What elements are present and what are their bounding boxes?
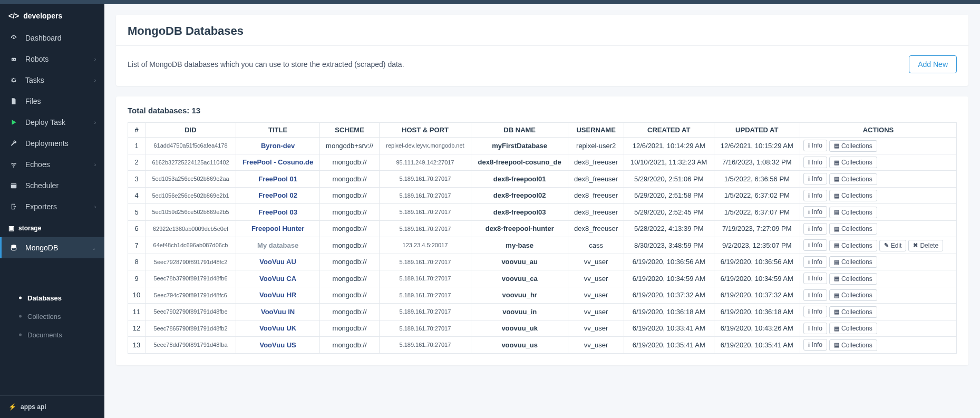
collections-button[interactable]: ▤Collections <box>829 157 877 168</box>
info-button-icon: i <box>808 292 810 298</box>
subnav-item-documents[interactable]: Documents <box>0 326 104 344</box>
info-button[interactable]: iInfo <box>803 206 827 218</box>
cell: vv_user <box>568 320 624 337</box>
collections-button[interactable]: ▤Collections <box>829 223 877 235</box>
cell: 10/10/2021, 11:32:23 AM <box>624 154 714 171</box>
file-icon <box>8 98 19 105</box>
info-button[interactable]: iInfo <box>803 256 827 268</box>
info-button[interactable]: iInfo <box>803 140 827 151</box>
cell: my-base <box>471 237 568 254</box>
sidebar-item-deploy-task[interactable]: Deploy Task› <box>0 112 104 133</box>
table-card: Total databases: 13 #DIDTITLESCHEMEHOST … <box>116 96 968 365</box>
title-link[interactable]: FreePool 03 <box>258 208 297 216</box>
actions-cell: iInfo▤Collections <box>800 204 956 221</box>
title-link[interactable]: FreePool 02 <box>258 191 297 199</box>
info-button[interactable]: iInfo <box>803 223 827 235</box>
storage-section-header: ▣ storage <box>0 217 104 237</box>
info-button-label: Info <box>812 159 822 166</box>
collections-button[interactable]: ▤Collections <box>829 173 877 185</box>
title-link[interactable]: FreePool - Cosuno.de <box>242 158 313 166</box>
collections-button[interactable]: ▤Collections <box>829 323 877 334</box>
subnav-item-databases[interactable]: Databases <box>0 289 104 307</box>
chevron-right-icon: › <box>94 120 96 125</box>
collections-button[interactable]: ▤Collections <box>829 289 877 301</box>
brand[interactable]: </> developers <box>0 4 104 27</box>
sidebar-item-mongodb[interactable]: MongoDB ⌄ <box>0 237 104 258</box>
info-button[interactable]: iInfo <box>803 306 827 317</box>
info-button[interactable]: iInfo <box>803 339 827 351</box>
cell: FreePool 03 <box>236 204 319 221</box>
gear-icon <box>8 76 19 84</box>
title-link[interactable]: Freepool Hunter <box>251 225 304 232</box>
actions-cell: iInfo▤Collections <box>800 304 956 320</box>
add-new-button[interactable]: Add New <box>909 55 957 73</box>
cell: mongodb:// <box>320 304 380 320</box>
cell: 6/19/2020, 10:34:59 AM <box>714 270 800 287</box>
title-link[interactable]: FreePool 01 <box>258 175 297 183</box>
subnav-item-collections[interactable]: Collections <box>0 307 104 326</box>
collections-button[interactable]: ▤Collections <box>829 207 877 218</box>
collections-button-icon: ▤ <box>834 325 839 332</box>
export-icon <box>8 203 19 210</box>
cell: 5eec78b3790f891791d48fb6 <box>145 270 236 287</box>
cell: VooVuu HR <box>236 287 319 304</box>
cell: dex8-freepool02 <box>471 187 568 204</box>
collections-button-icon: ▤ <box>834 259 839 266</box>
header-card: MongoDB Databases List of MongoDB databa… <box>116 15 968 86</box>
info-button-icon: i <box>808 275 810 281</box>
title-link[interactable]: VooVuu IN <box>261 308 295 316</box>
sidebar-item-deployments[interactable]: Deployments <box>0 133 104 154</box>
title-link[interactable]: VooVuu US <box>259 341 296 349</box>
cell: 5.189.161.70:27017 <box>379 287 471 304</box>
title-link[interactable]: Byron-dev <box>261 142 295 150</box>
cell: 95.111.249.142:27017 <box>379 154 471 171</box>
title-link[interactable]: VooVuu AU <box>259 258 296 266</box>
info-button-label: Info <box>812 275 822 282</box>
cell: 5eec7902790f891791d48fbe <box>145 304 236 320</box>
collections-button[interactable]: ▤Collections <box>829 256 877 268</box>
collections-button[interactable]: ▤Collections <box>829 190 877 201</box>
info-button[interactable]: iInfo <box>803 289 827 301</box>
info-button-icon: i <box>808 159 810 166</box>
info-button[interactable]: iInfo <box>803 323 827 334</box>
collections-button[interactable]: ▤Collections <box>829 273 877 285</box>
cell: voovuu_us <box>471 337 568 354</box>
collections-button[interactable]: ▤Collections <box>829 240 877 251</box>
collections-button[interactable]: ▤Collections <box>829 339 877 351</box>
info-button-label: Info <box>812 142 822 149</box>
apps-api-section[interactable]: ⚡ apps api <box>0 395 104 418</box>
sidebar-item-dashboard[interactable]: Dashboard <box>0 27 104 48</box>
info-button[interactable]: iInfo <box>803 190 827 201</box>
cell: 12 <box>128 320 145 337</box>
sidebar-item-files[interactable]: Files <box>0 91 104 112</box>
sidebar: </> developers DashboardRobots›Tasks›Fil… <box>0 4 104 418</box>
delete-button[interactable]: ✖Delete <box>908 240 943 251</box>
sidebar-item-scheduler[interactable]: Scheduler <box>0 175 104 196</box>
title-link[interactable]: VooVuu UK <box>259 324 296 332</box>
cell: 6/19/2020, 10:36:56 AM <box>624 254 714 270</box>
column-header: ACTIONS <box>800 123 956 138</box>
gauge-icon <box>8 34 19 42</box>
info-button[interactable]: iInfo <box>803 273 827 284</box>
sidebar-item-label: Deploy Task <box>25 118 65 127</box>
edit-button[interactable]: ✎Edit <box>879 240 907 251</box>
collections-button[interactable]: ▤Collections <box>829 140 877 152</box>
info-button[interactable]: iInfo <box>803 173 827 184</box>
sidebar-item-echoes[interactable]: Echoes› <box>0 154 104 175</box>
collections-button[interactable]: ▤Collections <box>829 306 877 318</box>
sidebar-item-label: Tasks <box>25 76 44 84</box>
cell: 5.189.161.70:27017 <box>379 187 471 204</box>
actions-cell: iInfo▤Collections <box>800 138 956 154</box>
cell: dex8-freepool-cosuno_de <box>471 154 568 171</box>
sidebar-item-tasks[interactable]: Tasks› <box>0 70 104 91</box>
info-button[interactable]: iInfo <box>803 239 827 251</box>
actions-cell: iInfo▤Collections <box>800 187 956 204</box>
title-link[interactable]: VooVuu CA <box>259 275 296 283</box>
cell: dex8_freeuser <box>568 154 624 171</box>
info-button-icon: i <box>808 192 810 199</box>
info-button[interactable]: iInfo <box>803 157 827 168</box>
sidebar-item-robots[interactable]: Robots› <box>0 48 104 70</box>
title-link[interactable]: VooVuu HR <box>259 291 296 299</box>
cell: 6/19/2020, 10:35:41 AM <box>624 337 714 354</box>
sidebar-item-exporters[interactable]: Exporters› <box>0 196 104 217</box>
